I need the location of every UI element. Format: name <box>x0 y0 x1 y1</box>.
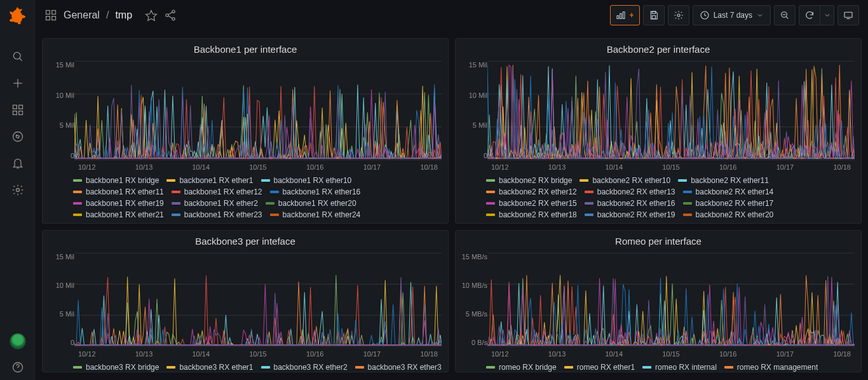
plot-area[interactable]: 10/1210/1310/1410/1510/1610/1710/18 <box>74 252 442 358</box>
legend-item[interactable]: backbone2 RX ether18 <box>486 210 577 219</box>
y-tick: 10 MB/s <box>462 282 487 289</box>
legend-item[interactable]: backbone1 RX ether24 <box>270 210 361 219</box>
legend-item[interactable]: romeo RX internal <box>642 363 717 372</box>
legend-item[interactable]: backbone1 RX ether2 <box>172 199 258 208</box>
panel-grid: Backbone1 per interface15 Mil10 Mil5 Mil… <box>36 31 868 380</box>
x-tick: 10/13 <box>135 163 153 171</box>
legend-label: romeo RX management <box>737 363 818 372</box>
legend-swatch <box>683 214 692 216</box>
breadcrumb-root[interactable]: General <box>64 10 100 21</box>
save-button[interactable] <box>643 5 665 25</box>
legend-swatch <box>172 202 180 205</box>
legend-item[interactable]: backbone2 RX ether21 <box>486 222 577 223</box>
x-tick: 10/15 <box>249 163 267 171</box>
legend-item[interactable]: backbone1 RX ether12 <box>172 187 262 196</box>
panel[interactable]: Backbone3 per inteface15 Mil10 Mil5 Mil0… <box>42 230 449 372</box>
legend-item[interactable]: backbone1 RX ether26 <box>73 222 164 223</box>
grafana-logo[interactable] <box>9 6 27 26</box>
legend-item[interactable]: backbone3 RX ether3 <box>355 363 442 372</box>
dashboards-icon[interactable] <box>11 104 24 116</box>
search-icon[interactable] <box>11 50 24 63</box>
x-tick: 10/17 <box>776 350 794 358</box>
legend-item[interactable]: backbone2 RX ether13 <box>585 187 675 196</box>
legend-item[interactable]: backbone2 RX ether12 <box>486 187 577 196</box>
x-tick: 10/14 <box>605 163 623 171</box>
legend-item[interactable]: romeo RX ether1 <box>564 363 635 372</box>
panel[interactable]: Backbone1 per interface15 Mil10 Mil5 Mil… <box>42 38 449 224</box>
legend-label: backbone2 RX ether19 <box>597 210 675 219</box>
x-tick: 10/16 <box>306 350 324 358</box>
legend-swatch <box>270 214 279 216</box>
x-tick: 10/14 <box>605 350 623 358</box>
panel[interactable]: Romeo per interface15 MB/s10 MB/s5 MB/s0… <box>455 230 862 372</box>
svg-point-21 <box>172 18 175 20</box>
legend-item[interactable]: backbone1 RX bridge <box>73 176 159 185</box>
legend-item[interactable]: backbone2 RX ether14 <box>683 187 774 196</box>
share-icon[interactable] <box>164 9 177 22</box>
legend-item[interactable]: romeo RX management <box>724 363 818 372</box>
legend-item[interactable]: backbone1 RX ether11 <box>73 187 164 196</box>
legend-item[interactable]: backbone1 RX ether21 <box>73 210 164 219</box>
y-tick: 10 Mil <box>469 92 487 99</box>
legend-label: backbone3 RX ether3 <box>368 363 442 372</box>
plus-icon[interactable] <box>11 77 24 90</box>
plot-area[interactable]: 10/1210/1310/1410/1510/1610/1710/18 <box>487 60 855 171</box>
svg-marker-18 <box>146 11 157 21</box>
y-tick: 10 Mil <box>56 282 74 289</box>
timerange-picker[interactable]: Last 7 days <box>693 5 771 25</box>
plot-area[interactable]: 10/1210/1310/1410/1510/1610/1710/18 <box>487 252 855 358</box>
legend-label: backbone1 RX ether26 <box>86 222 164 223</box>
help-icon[interactable] <box>11 361 24 374</box>
breadcrumb: General / tmp <box>64 10 132 21</box>
legend-item[interactable]: backbone2 RX ether22 <box>585 222 675 223</box>
settings-button[interactable] <box>668 5 689 25</box>
legend-item[interactable]: backbone1 RX ether10 <box>261 176 352 185</box>
legend-item[interactable]: backbone2 RX ether20 <box>683 210 774 219</box>
tv-mode-button[interactable] <box>837 5 859 25</box>
legend-item[interactable]: backbone1 RX ether19 <box>73 199 164 208</box>
sidebar <box>0 0 36 380</box>
legend-item[interactable]: backbone2 RX ether17 <box>683 199 774 208</box>
x-tick: 10/12 <box>78 163 96 171</box>
legend-item[interactable]: backbone3 RX bridge <box>73 363 159 372</box>
legend-item[interactable]: backbone3 RX ether2 <box>261 363 348 372</box>
legend-item[interactable]: backbone2 RX ether16 <box>585 199 675 208</box>
legend-swatch <box>486 191 495 193</box>
svg-point-19 <box>172 10 175 13</box>
legend-item[interactable]: backbone2 RX ether15 <box>486 199 577 208</box>
apps-icon[interactable] <box>44 9 57 22</box>
x-tick: 10/12 <box>491 350 509 358</box>
legend-item[interactable]: backbone1 RX ether20 <box>266 199 356 208</box>
breadcrumb-sep: / <box>106 10 109 21</box>
legend-item[interactable]: backbone2 RX ether23 <box>683 222 774 223</box>
legend-item[interactable]: backbone2 RX bridge <box>486 176 572 185</box>
legend-item[interactable]: backbone1 RX ether23 <box>172 210 262 219</box>
user-avatar[interactable] <box>10 333 26 349</box>
star-icon[interactable] <box>145 9 158 22</box>
legend-item[interactable]: backbone1 RX ether1 <box>166 176 253 185</box>
refresh-interval-button[interactable] <box>820 5 834 25</box>
refresh-button[interactable] <box>799 5 820 25</box>
add-panel-button[interactable]: + <box>610 5 640 25</box>
plot-area[interactable]: 10/1210/1310/1410/1510/1610/1710/18 <box>74 60 442 171</box>
alert-icon[interactable] <box>11 157 24 170</box>
x-tick: 10/15 <box>662 350 680 358</box>
legend-item[interactable]: romeo RX bridge <box>486 363 557 372</box>
legend-label: backbone2 RX ether23 <box>696 222 774 223</box>
panel[interactable]: Backbone2 per interface15 Mil10 Mil5 Mil… <box>455 38 862 224</box>
legend-item[interactable]: backbone3 RX ether1 <box>166 363 253 372</box>
legend-item[interactable]: backbone1 RX ether28 <box>172 222 262 223</box>
explore-icon[interactable] <box>11 130 24 143</box>
legend-swatch <box>683 191 692 193</box>
legend-swatch <box>261 179 270 182</box>
legend-item[interactable]: backbone2 RX ether11 <box>678 176 769 185</box>
legend-swatch <box>580 179 588 182</box>
zoom-out-button[interactable] <box>774 5 796 25</box>
config-icon[interactable] <box>11 184 24 196</box>
svg-rect-24 <box>617 16 619 19</box>
y-axis: 15 Mil10 Mil5 Mil0 <box>48 252 74 358</box>
legend-item[interactable]: backbone2 RX ether19 <box>585 210 675 219</box>
legend-item[interactable]: backbone2 RX ether10 <box>580 176 670 185</box>
legend-item[interactable]: backbone1 RX ether16 <box>270 187 361 196</box>
legend-item[interactable]: backbone1 RX ether3 <box>270 222 356 223</box>
